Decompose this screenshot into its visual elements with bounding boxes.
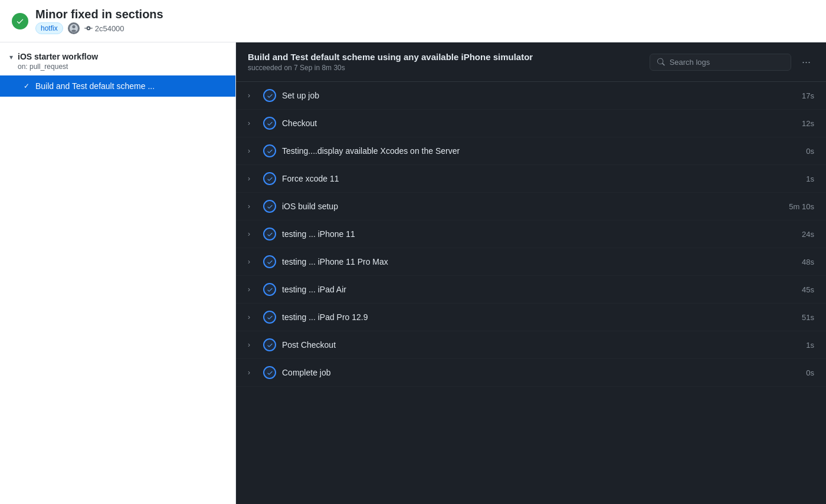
step-name: Complete job	[282, 368, 773, 377]
step-duration: 24s	[779, 230, 814, 239]
chevron-down-icon: ▾	[9, 53, 13, 61]
chevron-right-icon: ›	[248, 119, 257, 127]
chevron-right-icon: ›	[248, 313, 257, 321]
header-right: ···	[650, 54, 814, 71]
step-duration: 1s	[779, 174, 814, 183]
status-icon	[12, 13, 28, 29]
search-logs-box[interactable]	[650, 54, 791, 71]
search-icon	[657, 58, 665, 66]
step-name: testing ... iPhone 11 Pro Max	[282, 257, 773, 266]
chevron-right-icon: ›	[248, 285, 257, 294]
main-layout: ▾ iOS starter workflow on: pull_request …	[0, 42, 826, 504]
step-row[interactable]: › Post Checkout 1s	[236, 331, 826, 359]
step-status-icon	[263, 255, 276, 268]
step-name: testing ... iPhone 11	[282, 229, 773, 239]
workflow-info: iOS starter workflow on: pull_request	[18, 52, 98, 71]
step-name: Post Checkout	[282, 340, 773, 350]
job-title-section: Build and Test default scheme using any …	[248, 52, 533, 72]
panel-header: Build and Test default scheme using any …	[236, 42, 826, 82]
step-duration: 17s	[779, 91, 814, 100]
sidebar-job-name: Build and Test default scheme ...	[35, 81, 155, 91]
step-row[interactable]: › testing ... iPad Pro 12.9 51s	[236, 304, 826, 331]
step-row[interactable]: › Set up job 17s	[236, 82, 826, 110]
step-status-icon	[263, 366, 276, 379]
step-duration: 48s	[779, 258, 814, 266]
more-options-button[interactable]: ···	[798, 54, 814, 71]
step-row[interactable]: › Force xcode 11 1s	[236, 165, 826, 193]
step-status-icon	[263, 89, 276, 102]
step-row[interactable]: › Complete job 0s	[236, 359, 826, 387]
step-status-icon	[263, 117, 276, 130]
sidebar: ▾ iOS starter workflow on: pull_request …	[0, 42, 236, 504]
step-row[interactable]: › Checkout 12s	[236, 110, 826, 137]
step-duration: 1s	[779, 341, 814, 350]
top-header: Minor fixed in sections hotfix 2c54000	[0, 0, 826, 42]
step-status-icon	[263, 228, 276, 241]
step-status-icon	[263, 311, 276, 324]
search-logs-input[interactable]	[670, 58, 784, 67]
commit-title: Minor fixed in sections	[35, 8, 163, 21]
step-row[interactable]: › iOS build setup 5m 10s	[236, 193, 826, 220]
step-row[interactable]: › testing ... iPhone 11 24s	[236, 220, 826, 248]
step-name: testing ... iPad Air	[282, 285, 773, 294]
step-name: testing ... iPad Pro 12.9	[282, 312, 773, 322]
step-duration: 0s	[779, 368, 814, 377]
job-title: Build and Test default scheme using any …	[248, 52, 533, 62]
workflow-trigger: on: pull_request	[18, 62, 98, 71]
branch-badge[interactable]: hotfix	[35, 22, 63, 34]
step-name: Set up job	[282, 91, 773, 100]
chevron-right-icon: ›	[248, 202, 257, 210]
avatar	[68, 22, 80, 34]
step-name: iOS build setup	[282, 202, 773, 211]
step-duration: 45s	[779, 285, 814, 294]
workflow-name: iOS starter workflow	[18, 52, 98, 61]
step-duration: 51s	[779, 313, 814, 322]
steps-list: › Set up job 17s › Checkout 12s › Testin…	[236, 82, 826, 504]
chevron-right-icon: ›	[248, 341, 257, 349]
right-panel: Build and Test default scheme using any …	[236, 42, 826, 504]
chevron-right-icon: ›	[248, 230, 257, 238]
step-status-icon	[263, 283, 276, 296]
step-name: Testing....display available Xcodes on t…	[282, 146, 773, 156]
chevron-right-icon: ›	[248, 258, 257, 266]
job-subtitle: succeeded on 7 Sep in 8m 30s	[248, 64, 533, 72]
commit-meta: hotfix 2c54000	[35, 22, 163, 34]
step-duration: 0s	[779, 147, 814, 156]
step-row[interactable]: › testing ... iPad Air 45s	[236, 276, 826, 304]
step-duration: 5m 10s	[779, 202, 814, 211]
check-icon: ✓	[24, 82, 30, 90]
step-status-icon	[263, 172, 276, 185]
workflow-header[interactable]: ▾ iOS starter workflow on: pull_request	[0, 42, 235, 75]
step-name: Force xcode 11	[282, 174, 773, 183]
step-status-icon	[263, 338, 276, 351]
step-row[interactable]: › testing ... iPhone 11 Pro Max 48s	[236, 248, 826, 276]
commit-sha: 2c54000	[84, 24, 124, 33]
chevron-right-icon: ›	[248, 368, 257, 377]
step-name: Checkout	[282, 118, 773, 128]
chevron-right-icon: ›	[248, 147, 257, 155]
sidebar-job-item[interactable]: ✓ Build and Test default scheme ...	[0, 75, 235, 97]
chevron-right-icon: ›	[248, 174, 257, 183]
step-status-icon	[263, 144, 276, 157]
step-duration: 12s	[779, 119, 814, 128]
chevron-right-icon: ›	[248, 91, 257, 100]
step-row[interactable]: › Testing....display available Xcodes on…	[236, 137, 826, 165]
commit-info: Minor fixed in sections hotfix 2c54000	[35, 8, 163, 34]
step-status-icon	[263, 200, 276, 213]
